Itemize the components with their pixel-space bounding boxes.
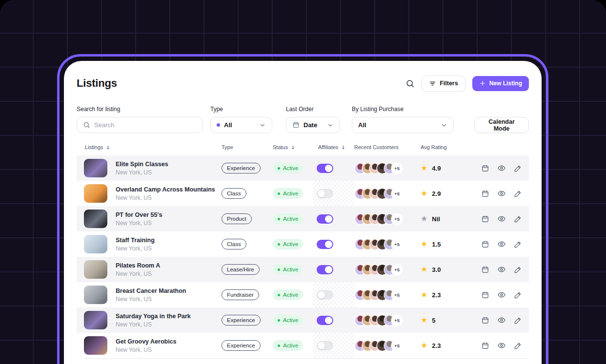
- sort-down-icon: [341, 145, 346, 150]
- table-header: Listings Type Status Affiliates Recent C…: [77, 139, 529, 155]
- listing-purchase-filter-label: By Listing Purchase: [352, 106, 454, 113]
- table-row[interactable]: Breast Cancer Marathon New York, US Fund…: [77, 282, 529, 307]
- filters-button[interactable]: Filters: [422, 76, 465, 92]
- pencil-icon: [514, 164, 522, 172]
- recent-customers-avatars: +5: [354, 282, 421, 307]
- star-icon: ★: [421, 164, 427, 172]
- column-header-type: Type: [222, 144, 273, 150]
- schedule-button[interactable]: [481, 190, 489, 198]
- avatar-overflow-badge: +5: [392, 265, 402, 275]
- affiliates-toggle[interactable]: [317, 290, 333, 300]
- avatar-overflow-badge: +5: [392, 290, 402, 300]
- listing-thumbnail: [84, 235, 107, 253]
- new-listing-button[interactable]: New Listing: [472, 76, 529, 91]
- pencil-icon: [514, 240, 522, 249]
- edit-button[interactable]: [514, 316, 522, 325]
- rating-value: 5: [432, 317, 435, 324]
- listing-purchase-select[interactable]: All: [352, 117, 454, 133]
- view-button[interactable]: [497, 316, 506, 325]
- listing-name: Elite Spin Classes: [116, 161, 168, 168]
- last-order-filter-label: Last Order: [286, 106, 340, 113]
- listing-name: Get Groovy Aerobics: [116, 338, 177, 345]
- view-button[interactable]: [497, 214, 506, 223]
- edit-button[interactable]: [514, 240, 522, 249]
- view-button[interactable]: [497, 189, 506, 198]
- recent-customers-avatars: +5: [354, 206, 421, 231]
- last-order-select[interactable]: Date: [286, 117, 340, 133]
- type-badge: Experience: [222, 315, 261, 326]
- edit-button[interactable]: [514, 215, 522, 223]
- sort-down-icon: [290, 145, 296, 150]
- table-row[interactable]: Staff Training New York, US Class Active…: [77, 231, 529, 257]
- affiliates-toggle[interactable]: [317, 316, 333, 325]
- recent-customers-avatars: +5: [354, 181, 421, 206]
- panel-header: Listings Filters New Li: [77, 73, 529, 94]
- avatar-overflow-badge: +5: [392, 315, 402, 326]
- chevron-down-icon: [259, 122, 266, 129]
- schedule-button[interactable]: [481, 291, 489, 299]
- listing-name: Saturday Yoga in the Park: [116, 313, 191, 320]
- column-header-recent-customers: Recent Customers: [354, 144, 421, 150]
- recent-customers-avatars: +5: [354, 257, 421, 282]
- plus-icon: [479, 80, 486, 87]
- star-icon: ★: [421, 342, 427, 349]
- affiliates-toggle[interactable]: [317, 214, 333, 224]
- recent-customers-avatars: +5: [354, 231, 421, 257]
- type-select[interactable]: All: [210, 117, 272, 133]
- table-row[interactable]: Saturday Yoga in the Park New York, US E…: [77, 307, 529, 333]
- pencil-icon: [514, 342, 522, 350]
- view-button[interactable]: [497, 290, 506, 299]
- status-badge: Active: [273, 188, 303, 199]
- view-button[interactable]: [497, 341, 506, 350]
- eye-icon: [497, 341, 506, 350]
- search-icon: [405, 79, 415, 88]
- table-body: Elite Spin Classes New York, US Experien…: [77, 155, 529, 358]
- search-button[interactable]: [405, 79, 415, 88]
- avatar-overflow-badge: +5: [392, 163, 402, 173]
- listing-location: New York, US: [116, 296, 152, 303]
- calendar-mode-button[interactable]: Calendar Mode: [474, 117, 529, 133]
- view-button[interactable]: [497, 265, 506, 274]
- edit-button[interactable]: [514, 190, 522, 198]
- table-row[interactable]: Overland Camp Across Mountains New York,…: [77, 181, 529, 206]
- schedule-button[interactable]: [481, 316, 489, 325]
- affiliates-toggle[interactable]: [317, 189, 333, 198]
- status-badge: Active: [273, 213, 303, 224]
- listing-location: New York, US: [116, 245, 152, 252]
- pencil-icon: [514, 266, 522, 274]
- column-header-status[interactable]: Status: [273, 144, 313, 150]
- listing-name: Overland Camp Across Mountains: [116, 186, 215, 193]
- affiliates-toggle[interactable]: [317, 265, 333, 274]
- view-button[interactable]: [497, 164, 506, 172]
- edit-button[interactable]: [514, 164, 522, 172]
- schedule-button[interactable]: [481, 164, 489, 172]
- table-row[interactable]: Get Groovy Aerobics New York, US Experie…: [77, 333, 529, 358]
- edit-button[interactable]: [514, 266, 522, 274]
- status-dot-icon: [278, 167, 280, 170]
- search-input[interactable]: [94, 121, 197, 129]
- affiliates-toggle[interactable]: [317, 240, 333, 249]
- sort-down-icon: [105, 145, 111, 150]
- view-button[interactable]: [497, 240, 506, 249]
- edit-button[interactable]: [514, 342, 522, 350]
- listing-thumbnail: [84, 184, 107, 203]
- schedule-button[interactable]: [481, 342, 489, 350]
- listing-location: New York, US: [116, 169, 152, 176]
- filters-label: Filters: [440, 80, 458, 87]
- table-row[interactable]: Pilates Room A New York, US Lease/Hire A…: [77, 257, 529, 282]
- schedule-button[interactable]: [481, 240, 489, 249]
- listing-location: New York, US: [116, 346, 152, 353]
- affiliates-toggle[interactable]: [317, 341, 333, 350]
- table-row[interactable]: PT for Over 55's New York, US Product Ac…: [77, 206, 529, 231]
- schedule-button[interactable]: [481, 266, 489, 274]
- header-actions: Filters New Listing: [405, 76, 529, 92]
- schedule-button[interactable]: [481, 215, 489, 223]
- calendar-icon: [292, 121, 300, 129]
- edit-button[interactable]: [514, 291, 522, 299]
- affiliates-toggle[interactable]: [317, 164, 333, 173]
- column-header-affiliates[interactable]: Affiliates: [313, 144, 354, 150]
- column-header-listings[interactable]: Listings: [77, 144, 222, 150]
- table-row[interactable]: Elite Spin Classes New York, US Experien…: [77, 155, 529, 181]
- status-dot-icon: [278, 192, 280, 195]
- pencil-icon: [514, 316, 522, 325]
